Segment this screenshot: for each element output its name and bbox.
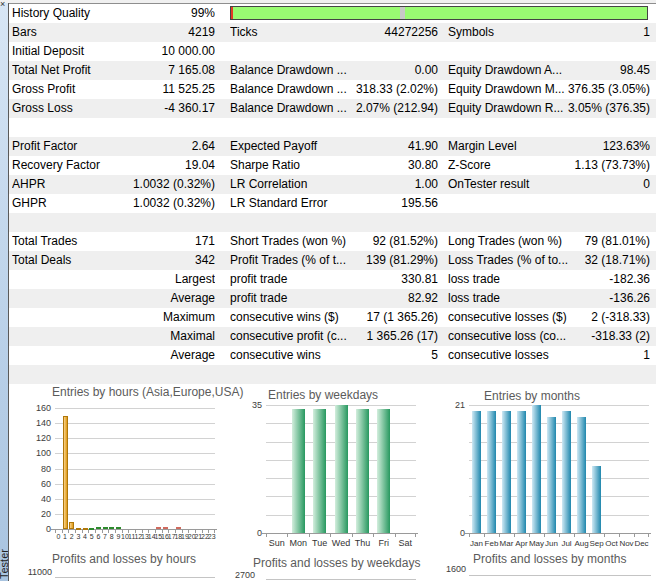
cell-value: 0.00: [327, 61, 438, 80]
entries-by-weekdays-title: Entries by weekdays: [268, 388, 378, 402]
cell-value: 318.33 (2.02%): [327, 80, 438, 99]
axis-tick: [373, 534, 374, 537]
close-icon[interactable]: ×: [0, 0, 5, 9]
y-axis-label: 160: [21, 404, 51, 413]
cell-value: Average: [109, 346, 215, 365]
y-axis-label: 140: [21, 419, 51, 428]
pl-by-weekdays-gridline: [266, 579, 416, 580]
cell-value: 376.35 (3.05%): [545, 80, 650, 99]
cell-label: Bars: [12, 23, 118, 42]
bar: [547, 417, 556, 533]
gridline: [55, 453, 215, 454]
cell-value: 17 (1 365.26): [327, 308, 438, 327]
table-row[interactable]: GHPR1.0032 (0.32%)LR Standard Error195.5…: [9, 194, 656, 213]
axis-tick: [514, 534, 515, 537]
table-row[interactable]: [9, 213, 656, 232]
cell-label: Gross Profit: [12, 80, 118, 99]
cell-value: 82.92: [327, 289, 438, 308]
table-row[interactable]: Profit Factor2.64Expected Payoff41.90Mar…: [9, 137, 656, 156]
cell-label: Total Net Profit: [12, 61, 118, 80]
x-axis-label: Apr: [515, 539, 527, 548]
cell-value: 99%: [109, 4, 215, 23]
x-axis-label: Jun: [545, 539, 558, 548]
gridline: [469, 515, 649, 516]
axis-tick: [395, 534, 396, 537]
y-axis-label: 120: [21, 434, 51, 443]
axis-tick: [309, 534, 310, 537]
x-axis-label: Oct: [605, 539, 617, 548]
x-axis-label: 4: [83, 532, 87, 541]
bar: [356, 409, 369, 533]
x-axis-label: 1: [63, 532, 67, 541]
gridline: [55, 514, 215, 515]
table-row[interactable]: Gross Loss-4 360.17Balance Drawdown ...2…: [9, 99, 656, 118]
table-row[interactable]: History Quality99%: [9, 4, 656, 23]
x-axis-label: 23: [208, 532, 216, 541]
bar: [377, 409, 390, 533]
entries-by-hours-title: Entries by hours (Asia,Europe,USA): [52, 385, 243, 399]
cell-value: 1.00: [327, 175, 438, 194]
x-axis-label: Jul: [561, 539, 571, 548]
x-axis-label: Wed: [332, 539, 350, 548]
x-axis-label: Mon: [289, 539, 307, 548]
y-axis-label: 0: [435, 529, 465, 538]
cell-value: -182.36: [545, 270, 650, 289]
table-row[interactable]: Recovery Factor19.04Sharpe Ratio30.80Z-S…: [9, 156, 656, 175]
x-axis-label: Thu: [355, 539, 371, 548]
table-row[interactable]: AHPR1.0032 (0.32%)LR Correlation1.00OnTe…: [9, 175, 656, 194]
cell-value: 195.56: [327, 194, 438, 213]
x-axis-label: Fri: [379, 539, 390, 548]
bar: [487, 411, 496, 533]
cell-value: 7 165.08: [109, 61, 215, 80]
table-row[interactable]: Maximumconsecutive wins ($)17 (1 365.26)…: [9, 308, 656, 327]
y-axis-label: 60: [21, 480, 51, 489]
table-row[interactable]: Bars4219Ticks44272256Symbols1: [9, 23, 656, 42]
x-axis-label: Feb: [485, 539, 499, 548]
cell-value: 79 (81.01%): [545, 232, 650, 251]
bar: [502, 411, 511, 533]
table-row[interactable]: Total Net Profit7 165.08Balance Drawdown…: [9, 61, 656, 80]
table-row[interactable]: [9, 118, 656, 137]
entries-by-months-title: Entries by months: [484, 389, 580, 403]
gridline: [55, 469, 215, 470]
cell-value: 10 000.00: [109, 42, 215, 61]
bar: [96, 527, 101, 529]
gridline: [55, 484, 215, 485]
bar: [176, 527, 181, 529]
pl-by-hours-ytick: 11000: [18, 568, 52, 577]
table-row[interactable]: Averageprofit trade82.92loss trade-136.2…: [9, 289, 656, 308]
bar: [103, 527, 108, 529]
bar: [89, 528, 94, 530]
table-row[interactable]: [9, 365, 656, 384]
bar: [83, 528, 88, 530]
table-row[interactable]: Averageconsecutive wins5consecutive loss…: [9, 346, 656, 365]
axis-tick: [529, 534, 530, 537]
table-row[interactable]: Total Trades171Short Trades (won %)92 (8…: [9, 232, 656, 251]
cell-value: 98.45: [545, 61, 650, 80]
x-axis-label: 9: [116, 532, 120, 541]
entries-by-months-chart: 021JanFebMarAprMayJunJulAugSepOctNovDec: [469, 405, 649, 533]
pl-by-months-ytick: 1600: [439, 565, 466, 574]
y-axis-label: 35: [232, 401, 262, 410]
x-axis-label: 7: [103, 532, 107, 541]
cell-value: -4 360.17: [109, 99, 215, 118]
axis-tick: [330, 534, 331, 537]
cell-label: GHPR: [12, 194, 118, 213]
x-axis-label: Sun: [269, 539, 285, 548]
bar: [335, 405, 348, 533]
table-row[interactable]: Total Deals342Profit Trades (% of t...13…: [9, 251, 656, 270]
cell-value: Largest: [109, 270, 215, 289]
table-row[interactable]: Largestprofit trade330.81loss trade-182.…: [9, 270, 656, 289]
x-axis-label: Nov: [619, 539, 633, 548]
bar: [292, 409, 305, 533]
table-row[interactable]: Maximalconsecutive profit (c...1 365.26 …: [9, 327, 656, 346]
bar: [577, 417, 586, 533]
gridline: [469, 405, 649, 406]
x-axis-label: 0: [56, 532, 60, 541]
table-row[interactable]: Gross Profit11 525.25Balance Drawdown ..…: [9, 80, 656, 99]
y-axis-label: 0: [21, 525, 51, 534]
bar: [592, 466, 601, 533]
axis-tick: [544, 534, 545, 537]
table-row[interactable]: Initial Deposit10 000.00: [9, 42, 656, 61]
cell-value: 44272256: [327, 23, 438, 42]
